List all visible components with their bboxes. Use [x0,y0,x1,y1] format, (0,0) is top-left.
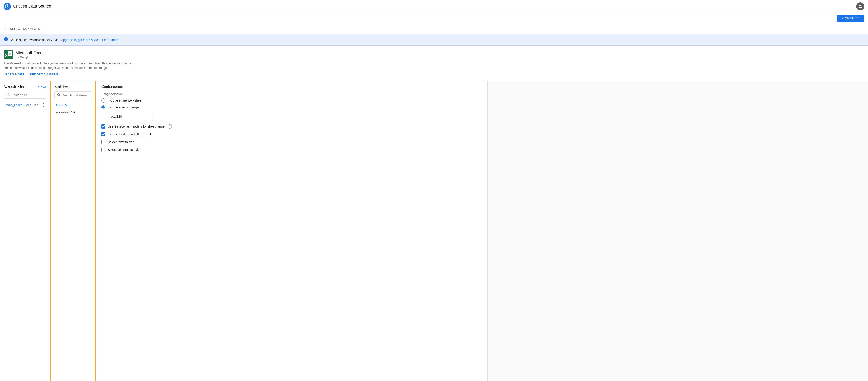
connector-info: Microsoft Excel By Google [16,50,43,59]
worksheet-item-sales[interactable]: Sales_Data [54,102,92,109]
connector-section: X X Microsoft Excel By Google The Micros… [0,45,868,81]
back-nav: SELECT CONNECTOR [0,24,868,34]
connector-links: LEARN MORE REPORT AN ISSUE [4,73,864,76]
range-input-wrapper [108,112,482,121]
checkbox-hidden-label: Include hidden and filtered cells [108,132,152,136]
worksheets-panel: Worksheets Sales_Data Marketing_Data [50,81,96,381]
config-panel: Configuration Range selection Include en… [96,81,488,381]
checkbox-rows-input[interactable] [101,140,105,144]
svg-point-4 [7,93,9,95]
app-title: Untitled Data Source [13,4,51,9]
range-input[interactable] [108,112,153,121]
main-content: Available Files + New Demo_Looke ... onn… [0,81,868,381]
worksheet-name-sales: Sales_Data [56,104,71,107]
top-bar-left: Untitled Data Source [4,3,51,10]
checkbox-hidden[interactable]: Include hidden and filtered cells [101,132,482,136]
checkbox-headers[interactable]: Use first row as headers for sheet/range… [101,125,482,129]
top-bar: Untitled Data Source [0,0,868,13]
file-item[interactable]: Demo_Looke ... onnection 6 KB ⋮ [4,101,46,108]
back-arrow-icon[interactable] [4,27,8,31]
svg-point-1 [859,5,861,6]
radio-entire-input[interactable] [101,98,105,103]
info-icon: i [4,37,8,43]
connector-by: By Google [16,56,43,59]
app-icon [4,3,11,10]
connect-button[interactable]: CONNECT [837,14,864,22]
svg-point-5 [58,94,60,96]
excel-icon: X X [4,50,13,59]
worksheets-panel-header: Worksheets [54,85,92,89]
checkbox-cols-label: Select columns to skip [108,148,140,151]
file-size: 6 KB [34,103,40,106]
checkbox-rows[interactable]: Select rows to skip [101,140,482,144]
learn-more-link[interactable]: Learn more [102,38,119,42]
svg-text:i: i [5,38,6,41]
files-panel-header: Available Files + New [4,84,46,88]
back-label: SELECT CONNECTOR [10,27,43,31]
files-panel-title: Available Files [4,84,24,88]
worksheets-search-input[interactable] [62,94,89,97]
worksheets-search-box [54,91,92,99]
info-text: 2 GB space available out of 2 GB. Upgrad… [11,38,119,42]
connector-name: Microsoft Excel [16,50,43,56]
avatar[interactable] [856,2,864,10]
files-panel: Available Files + New Demo_Looke ... onn… [0,81,50,381]
radio-specific-range[interactable]: Include specific range [101,105,482,109]
checkbox-cols-input[interactable] [101,148,105,152]
new-file-button[interactable]: + New [38,85,46,88]
info-message: 2 GB space available out of 2 GB. [11,38,59,42]
worksheet-name-marketing: Marketing_Data [56,111,77,114]
files-search-box [4,91,46,99]
report-issue-button[interactable]: REPORT AN ISSUE [30,73,58,76]
files-search-icon [6,93,10,97]
file-name: Demo_Looke ... onnection [5,103,34,107]
worksheets-search-icon [57,93,60,98]
checkbox-hidden-input[interactable] [101,132,105,136]
info-tooltip-icon[interactable]: i [168,125,172,129]
range-selection-label: Range selection [101,92,482,96]
radio-specific-label: Include specific range [108,105,138,109]
worksheet-item-marketing[interactable]: Marketing_Data [54,109,92,116]
radio-specific-input[interactable] [101,105,105,109]
learn-more-button[interactable]: LEARN MORE [4,73,24,76]
spacer-panel [488,81,868,381]
files-search-input[interactable] [12,93,44,97]
connector-header: X X Microsoft Excel By Google [4,50,864,59]
config-title: Configuration [101,84,482,89]
worksheets-panel-title: Worksheets [54,85,71,89]
checkbox-headers-input[interactable] [101,125,105,129]
upgrade-link[interactable]: Upgrade to get more space. [61,38,101,42]
checkbox-cols[interactable]: Select columns to skip [101,148,482,152]
file-menu-icon[interactable]: ⋮ [41,103,45,107]
radio-entire-worksheet[interactable]: Include entire worksheet [101,98,482,103]
radio-entire-label: Include entire worksheet [108,99,143,102]
checkbox-headers-label: Use first row as headers for sheet/range [108,125,164,128]
action-bar: CONNECT [0,13,868,24]
connector-description: The Microsoft Excel connector lets you a… [4,61,141,70]
checkbox-rows-label: Select rows to skip [108,140,134,144]
info-banner: i 2 GB space available out of 2 GB. Upgr… [0,34,868,45]
